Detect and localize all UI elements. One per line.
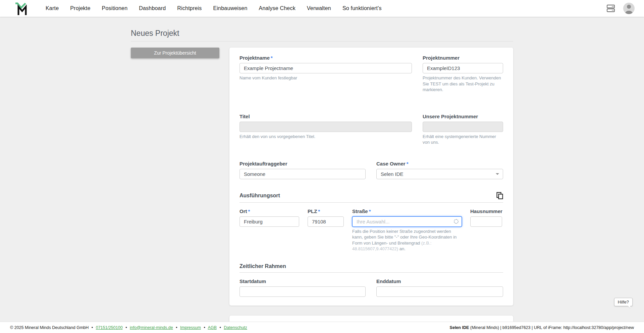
logo-icon bbox=[14, 1, 29, 16]
unsere-projektnummer-input bbox=[423, 122, 503, 132]
projektname-hint: Name vom Kunden festlegbar bbox=[239, 75, 412, 81]
zur-projektuebersicht-button[interactable]: Zur Projektübersicht bbox=[131, 48, 219, 58]
projektnummer-group: Projektnummer Projektnummer des Kunden. … bbox=[423, 55, 503, 93]
nav-item-analyse-check[interactable]: Analyse Check bbox=[259, 5, 296, 11]
footer-link-email[interactable]: info@mineral-minds.de bbox=[130, 325, 173, 330]
footer-session-info: Selen IDE (Mineral Minds) | b91695ed7623… bbox=[450, 325, 634, 330]
nav-item-positionen[interactable]: Positionen bbox=[102, 5, 128, 11]
titel-input bbox=[239, 122, 412, 132]
ort-input[interactable] bbox=[239, 216, 299, 227]
strasse-label: Straße* bbox=[352, 208, 462, 214]
projektname-label: Projektname* bbox=[239, 55, 412, 61]
footer-link-phone[interactable]: 07151/250100 bbox=[96, 325, 123, 330]
projektnummer-label: Projektnummer bbox=[423, 55, 503, 61]
zeitlicher-rahmen-heading: Zeitlicher Rahmen bbox=[239, 263, 286, 269]
unsere-projektnummer-label: Unsere Projektnummer bbox=[423, 114, 503, 119]
required-marker: * bbox=[248, 208, 250, 214]
case-owner-select[interactable]: Selen IDE bbox=[376, 169, 503, 179]
plz-label: PLZ* bbox=[308, 208, 344, 214]
top-navbar: Karte Projekte Positionen Dashboard Rich… bbox=[0, 0, 644, 17]
projektname-group: Projektname* Name vom Kunden festlegbar bbox=[239, 55, 412, 93]
enddatum-input[interactable] bbox=[376, 286, 503, 297]
copy-icon[interactable] bbox=[496, 192, 503, 199]
case-owner-label: Case Owner* bbox=[376, 161, 503, 166]
footer-link-impressum[interactable]: Impressum bbox=[180, 325, 201, 330]
projektauftraggeber-group: Projektauftraggeber bbox=[239, 161, 366, 179]
nav-item-karte[interactable]: Karte bbox=[46, 5, 59, 11]
startdatum-input[interactable] bbox=[239, 286, 366, 297]
left-action-column: Zur Projektübersicht bbox=[131, 48, 219, 58]
chevron-down-icon bbox=[496, 173, 499, 175]
mineral-minds-logo[interactable] bbox=[13, 1, 29, 16]
strasse-group: Straße* Falls die Position keiner Straße… bbox=[352, 208, 462, 252]
footer-session-details: (Mineral Minds) | b91695ed7623 | URL of … bbox=[469, 325, 634, 330]
zeitlicher-rahmen-section-header: Zeitlicher Rahmen bbox=[239, 263, 503, 273]
required-marker: * bbox=[318, 208, 320, 214]
plz-group: PLZ* bbox=[308, 208, 344, 252]
nav-menu: Karte Projekte Positionen Dashboard Rich… bbox=[46, 5, 382, 11]
unsere-projektnummer-group: Unsere Projektnummer Erhält eine systemg… bbox=[423, 114, 503, 145]
projektauftraggeber-input[interactable] bbox=[239, 169, 366, 179]
page-title: Neues Projekt bbox=[131, 29, 513, 42]
copyright-text: © 2025 Mineral Minds Deutschland GmbH bbox=[10, 325, 89, 330]
footer-user-name: Selen IDE bbox=[450, 325, 469, 330]
nav-item-so-funktionierts[interactable]: So funktioniert's bbox=[342, 5, 382, 11]
required-marker: * bbox=[407, 161, 409, 166]
case-owner-group: Case Owner* Selen IDE bbox=[376, 161, 503, 179]
ausfuehrungsort-heading: Ausführungsort bbox=[239, 193, 280, 199]
ausfuehrungsort-section-header: Ausführungsort bbox=[239, 192, 503, 203]
footer-link-datenschutz[interactable]: Datenschutz bbox=[224, 325, 247, 330]
ort-label: Ort* bbox=[239, 208, 299, 214]
nav-item-richtpreis[interactable]: Richtpreis bbox=[177, 5, 202, 11]
startdatum-label: Startdatum bbox=[239, 278, 366, 284]
enddatum-group: Enddatum bbox=[376, 278, 503, 297]
plz-input[interactable] bbox=[308, 216, 344, 227]
nav-item-projekte[interactable]: Projekte bbox=[70, 5, 90, 11]
titel-group: Titel Erhält den von uns vorgegebenen Ti… bbox=[239, 114, 412, 145]
projektnummer-input[interactable] bbox=[423, 63, 503, 73]
footer-link-agb[interactable]: AGB bbox=[208, 325, 217, 330]
enddatum-label: Enddatum bbox=[376, 278, 503, 284]
main-content: Neues Projekt Zur Projektübersicht Proje… bbox=[0, 17, 644, 322]
page-footer: © 2025 Mineral Minds Deutschland GmbH • … bbox=[0, 322, 644, 333]
nav-item-dashboard[interactable]: Dashboard bbox=[139, 5, 166, 11]
hausnummer-input[interactable] bbox=[470, 216, 502, 227]
nav-item-einbauweisen[interactable]: Einbauweisen bbox=[213, 5, 247, 11]
titel-hint: Erhält den von uns vorgegebenen Titel. bbox=[239, 134, 412, 140]
project-form-card: Projektname* Name vom Kunden festlegbar … bbox=[229, 48, 513, 306]
footer-left: © 2025 Mineral Minds Deutschland GmbH • … bbox=[10, 325, 247, 330]
firmendaten-card: Firmendaten bbox=[229, 316, 513, 322]
ort-group: Ort* bbox=[239, 208, 299, 252]
nav-item-verwalten[interactable]: Verwalten bbox=[307, 5, 331, 11]
hilfe-button[interactable]: Hilfe? bbox=[614, 298, 633, 306]
unsere-projektnummer-hint: Erhält eine systemgenerierte Nummer von … bbox=[423, 134, 503, 145]
projektname-input[interactable] bbox=[239, 63, 412, 73]
hausnummer-label: Hausnummer bbox=[470, 208, 502, 214]
hausnummer-group: Hausnummer bbox=[470, 208, 502, 252]
strasse-input[interactable] bbox=[352, 216, 462, 227]
startdatum-group: Startdatum bbox=[239, 278, 366, 297]
user-avatar-icon[interactable] bbox=[623, 3, 635, 14]
strasse-hint: Falls die Position keiner Straße zugeord… bbox=[352, 228, 462, 252]
required-marker: * bbox=[369, 208, 371, 214]
projektnummer-hint: Projektnummer des Kunden. Verwenden Sie … bbox=[423, 75, 503, 93]
projektauftraggeber-label: Projektauftraggeber bbox=[239, 161, 366, 166]
required-marker: * bbox=[271, 55, 273, 61]
server-icon[interactable] bbox=[606, 4, 615, 13]
titel-label: Titel bbox=[239, 114, 412, 119]
nav-right-icons bbox=[606, 3, 635, 14]
case-owner-value: Selen IDE bbox=[381, 171, 404, 177]
